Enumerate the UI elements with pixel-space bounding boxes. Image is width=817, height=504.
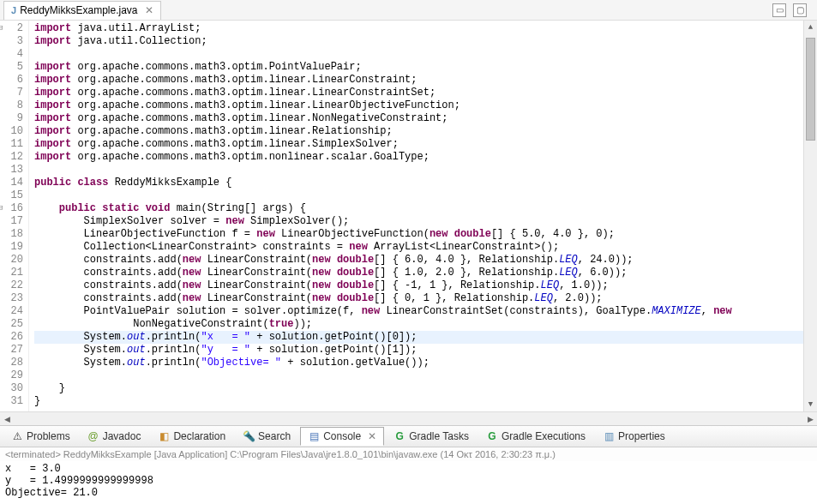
code-line[interactable]: import org.apache.commons.math3.optim.Po… — [34, 61, 803, 74]
scroll-left-icon[interactable]: ◀ — [0, 412, 14, 425]
code-body[interactable]: import java.util.ArrayList;import java.u… — [29, 21, 803, 411]
code-line[interactable] — [34, 164, 803, 177]
tab-gradle-tasks[interactable]: G Gradle Tasks — [386, 427, 477, 446]
code-line[interactable]: import org.apache.commons.math3.optim.li… — [34, 138, 803, 151]
code-line[interactable]: Collection<LinearConstraint> constraints… — [34, 241, 803, 254]
code-editor[interactable]: 2⊟345678910111213141516⊟1718192021222324… — [0, 21, 817, 411]
line-number: 28 — [0, 357, 23, 369]
line-number: 6 — [0, 74, 23, 87]
line-number: 4 — [0, 48, 23, 61]
line-number-gutter: 2⊟345678910111213141516⊟1718192021222324… — [0, 21, 29, 411]
tab-properties[interactable]: ▥ Properties — [595, 427, 673, 446]
code-line[interactable] — [34, 369, 803, 382]
vertical-scrollbar[interactable]: ▲ ▼ — [803, 21, 817, 411]
code-line[interactable]: constraints.add(new LinearConstraint(new… — [34, 292, 803, 305]
scroll-down-icon[interactable]: ▼ — [804, 398, 817, 411]
tab-label: Declaration — [173, 430, 225, 442]
fold-collapse-icon[interactable]: ⊟ — [0, 22, 3, 35]
line-number: 31 — [0, 395, 23, 408]
scroll-up-icon[interactable]: ▲ — [804, 21, 817, 34]
code-line[interactable]: constraints.add(new LinearConstraint(new… — [34, 254, 803, 267]
line-number: 23 — [0, 292, 23, 305]
code-line[interactable]: System.out.println("Objective= " + solut… — [34, 357, 803, 369]
tab-search[interactable]: 🔦 Search — [235, 427, 298, 446]
code-line[interactable]: System.out.println("y = " + solution.get… — [34, 344, 803, 357]
code-line[interactable]: constraints.add(new LinearConstraint(new… — [34, 267, 803, 279]
scroll-right-icon[interactable]: ▶ — [803, 412, 817, 425]
line-number: 2⊟ — [0, 22, 23, 35]
scroll-thumb[interactable] — [806, 38, 815, 141]
line-number: 12 — [0, 151, 23, 164]
line-number: 16⊟ — [0, 202, 23, 215]
line-number: 21 — [0, 267, 23, 279]
maximize-view-icon[interactable]: ▢ — [793, 3, 807, 17]
editor-toolbar-right: ▭ ▢ — [772, 3, 814, 17]
code-line[interactable]: import org.apache.commons.math3.optim.li… — [34, 112, 803, 125]
line-number: 24 — [0, 305, 23, 318]
tab-label: Search — [258, 430, 291, 442]
code-line[interactable] — [34, 48, 803, 61]
console-launch-info: <terminated> ReddyMikksExample [Java App… — [5, 449, 556, 459]
javadoc-icon: @ — [87, 430, 99, 442]
code-line[interactable]: NonNegativeConstraint(true)); — [34, 318, 803, 331]
line-number: 25 — [0, 318, 23, 331]
code-line[interactable]: import java.util.ArrayList; — [34, 22, 803, 35]
tab-label: Gradle Tasks — [409, 430, 469, 442]
line-number: 29 — [0, 369, 23, 382]
line-number: 14 — [0, 177, 23, 189]
editor-tab-bar: J ReddyMikksExample.java ✕ ▭ ▢ — [0, 0, 817, 21]
console-header: <terminated> ReddyMikksExample [Java App… — [0, 447, 817, 461]
code-line[interactable] — [34, 189, 803, 202]
tab-problems[interactable]: ⚠ Problems — [3, 427, 78, 446]
java-file-icon: J — [11, 5, 16, 15]
gradle-icon: G — [486, 430, 498, 442]
code-line[interactable]: constraints.add(new LinearConstraint(new… — [34, 279, 803, 292]
code-line[interactable]: LinearObjectiveFunction f = new LinearOb… — [34, 228, 803, 241]
code-line[interactable]: import org.apache.commons.math3.optim.no… — [34, 151, 803, 164]
tab-console[interactable]: ▤ Console ✕ — [300, 427, 384, 446]
line-number: 11 — [0, 138, 23, 151]
line-number: 7 — [0, 87, 23, 99]
code-line[interactable]: import org.apache.commons.math3.optim.li… — [34, 125, 803, 138]
search-icon: 🔦 — [243, 430, 255, 442]
properties-icon: ▥ — [603, 430, 615, 442]
minimize-view-icon[interactable]: ▭ — [772, 3, 786, 17]
views-tab-bar: ⚠ Problems @ Javadoc ◧ Declaration 🔦 Sea… — [0, 425, 817, 447]
code-line[interactable]: SimplexSolver solver = new SimplexSolver… — [34, 215, 803, 228]
gradle-icon: G — [393, 430, 405, 442]
code-line[interactable]: public class ReddyMikksExample { — [34, 177, 803, 189]
declaration-icon: ◧ — [158, 430, 170, 442]
tab-label: Gradle Executions — [502, 430, 586, 442]
code-line[interactable]: System.out.println("x = " + solution.get… — [34, 331, 803, 344]
line-number: 17 — [0, 215, 23, 228]
tab-javadoc[interactable]: @ Javadoc — [80, 427, 149, 446]
line-number: 15 — [0, 189, 23, 202]
tab-label: Console — [323, 430, 361, 442]
line-number: 10 — [0, 125, 23, 138]
fold-collapse-icon[interactable]: ⊟ — [0, 202, 3, 215]
close-icon[interactable]: ✕ — [145, 4, 153, 16]
line-number: 30 — [0, 382, 23, 395]
tab-gradle-executions[interactable]: G Gradle Executions — [478, 427, 593, 446]
code-line[interactable]: import java.util.Collection; — [34, 35, 803, 48]
horizontal-scrollbar[interactable]: ◀ ▶ — [0, 411, 817, 425]
editor-tab[interactable]: J ReddyMikksExample.java ✕ — [3, 1, 161, 20]
tab-declaration[interactable]: ◧ Declaration — [150, 427, 233, 446]
tab-label: Javadoc — [103, 430, 141, 442]
editor-tab-label: ReddyMikksExample.java — [20, 4, 137, 16]
code-line[interactable]: } — [34, 395, 803, 408]
line-number: 13 — [0, 164, 23, 177]
code-line[interactable]: public static void main(String[] args) { — [34, 202, 803, 215]
code-line[interactable]: import org.apache.commons.math3.optim.li… — [34, 74, 803, 87]
line-number: 3 — [0, 35, 23, 48]
code-line[interactable]: } — [34, 382, 803, 395]
code-line[interactable]: import org.apache.commons.math3.optim.li… — [34, 87, 803, 99]
line-number: 26 — [0, 331, 23, 344]
console-output[interactable]: x = 3.0 y = 1.4999999999999998 Objective… — [0, 461, 817, 504]
line-number: 18 — [0, 228, 23, 241]
code-line[interactable]: import org.apache.commons.math3.optim.li… — [34, 99, 803, 112]
tab-label: Properties — [618, 430, 665, 442]
line-number: 27 — [0, 344, 23, 357]
code-line[interactable]: PointValuePair solution = solver.optimiz… — [34, 305, 803, 318]
close-icon[interactable]: ✕ — [368, 430, 376, 442]
